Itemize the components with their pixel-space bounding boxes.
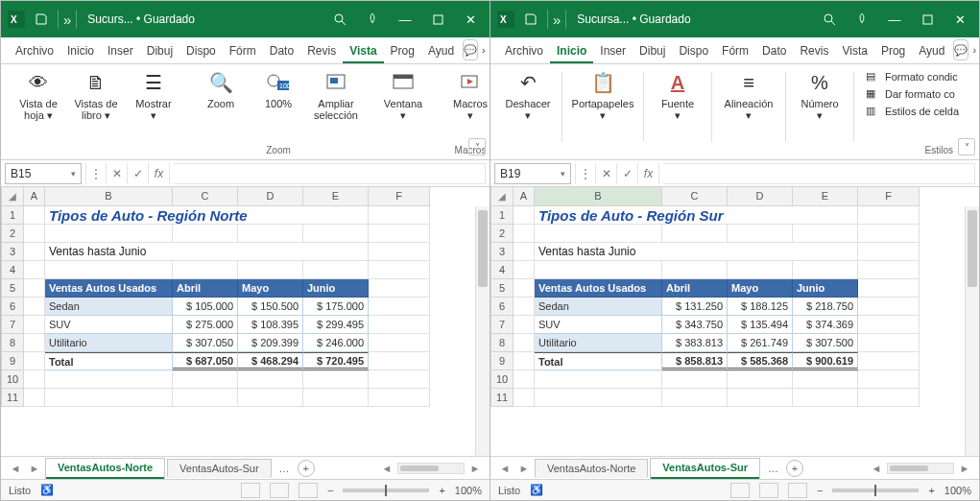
close-icon[interactable]: ✕: [944, 1, 975, 37]
col-header[interactable]: A: [24, 187, 45, 206]
save-icon[interactable]: [519, 8, 542, 31]
window-button[interactable]: Ventana ▾: [377, 68, 429, 121]
tab-help[interactable]: Ayud: [421, 39, 461, 63]
accessibility-icon[interactable]: ♿: [40, 484, 54, 496]
view-break-icon[interactable]: [788, 483, 807, 498]
sheet-view-button[interactable]: 👁Vista de hoja ▾: [12, 68, 64, 121]
zoom-percent[interactable]: 100%: [944, 485, 971, 496]
view-page-icon[interactable]: [759, 483, 778, 498]
tab-dev[interactable]: Prog: [384, 39, 421, 63]
zoom-100-button[interactable]: 100100%: [252, 68, 304, 109]
alignment-button[interactable]: ≡Alineación ▾: [720, 68, 777, 121]
number-button[interactable]: %Número ▾: [794, 68, 846, 121]
col-header[interactable]: B: [45, 187, 173, 206]
formula-input[interactable]: [663, 163, 975, 184]
rocket-icon[interactable]: [847, 1, 877, 37]
zoom-out-button[interactable]: −: [327, 485, 333, 496]
search-icon[interactable]: [324, 1, 355, 37]
select-all-corner[interactable]: ◢: [490, 187, 514, 206]
zoom-slider[interactable]: [832, 489, 919, 492]
accessibility-icon[interactable]: ♿: [530, 484, 543, 496]
tab-data[interactable]: Dato: [263, 39, 300, 63]
vertical-scrollbar[interactable]: [475, 206, 490, 456]
grid[interactable]: ◢ A B C D E F 1Tipos de Auto - Región No…: [1, 187, 490, 456]
fx-icon[interactable]: fx: [149, 163, 170, 184]
macros-button[interactable]: Macros ▾: [444, 68, 496, 121]
undo-button[interactable]: ↶Deshacer ▾: [502, 68, 554, 121]
maximize-icon[interactable]: [422, 1, 453, 37]
formula-input[interactable]: [174, 163, 486, 184]
search-icon[interactable]: [814, 1, 845, 37]
tab-layout[interactable]: Dispo: [672, 39, 715, 63]
close-icon[interactable]: ✕: [455, 1, 486, 37]
zoom-percent[interactable]: 100%: [455, 485, 482, 496]
tab-dev[interactable]: Prog: [874, 39, 912, 63]
cell-styles-button[interactable]: ▥Estilos de celda: [862, 103, 959, 119]
zoom-out-button[interactable]: −: [817, 485, 823, 496]
show-button[interactable]: ☰Mostrar ▾: [128, 68, 179, 121]
tab-formulas[interactable]: Fórm: [715, 39, 755, 63]
qat-more-icon[interactable]: »: [553, 12, 561, 28]
sheet-tab-more[interactable]: …: [762, 463, 784, 474]
font-button[interactable]: AFuente ▾: [652, 68, 704, 121]
tab-file[interactable]: Archivo: [9, 39, 60, 63]
tab-review[interactable]: Revis: [300, 39, 343, 63]
workbook-views-button[interactable]: 🗎Vistas de libro ▾: [70, 68, 122, 121]
collapse-ribbon-button[interactable]: ˅: [958, 138, 975, 155]
select-all-corner[interactable]: ◢: [1, 187, 24, 206]
col-header[interactable]: E: [303, 187, 369, 206]
sheet-tab-more[interactable]: …: [274, 463, 296, 474]
col-header[interactable]: C: [173, 187, 238, 206]
name-box[interactable]: B15▾: [5, 163, 82, 184]
tab-insert[interactable]: Inser: [593, 39, 633, 63]
minimize-icon[interactable]: —: [390, 1, 420, 37]
clipboard-button[interactable]: 📋Portapapeles ▾: [570, 68, 635, 121]
maximize-icon[interactable]: [912, 1, 943, 37]
tab-file[interactable]: Archivo: [498, 39, 550, 63]
tab-view[interactable]: Vista: [835, 39, 873, 63]
sheet-add-button[interactable]: +: [298, 460, 315, 477]
more-icon[interactable]: ›: [482, 39, 486, 60]
horizontal-scrollbar[interactable]: [397, 463, 465, 474]
zoom-in-button[interactable]: +: [439, 485, 444, 496]
fx-icon[interactable]: fx: [638, 163, 659, 184]
format-table-button[interactable]: ▦Dar formato co: [862, 85, 959, 102]
accept-formula-icon[interactable]: ✓: [617, 163, 638, 184]
cancel-formula-icon[interactable]: ✕: [596, 163, 617, 184]
tab-draw[interactable]: Dibuj: [633, 39, 672, 63]
comments-button[interactable]: 💬: [463, 39, 478, 60]
horizontal-scrollbar[interactable]: [887, 463, 954, 474]
cond-format-button[interactable]: ▤Formato condic: [862, 68, 959, 84]
rocket-icon[interactable]: [357, 1, 388, 37]
accept-formula-icon[interactable]: ✓: [128, 163, 149, 184]
view-normal-icon[interactable]: [730, 483, 750, 498]
zoom-in-button[interactable]: +: [928, 485, 934, 496]
minimize-icon[interactable]: —: [879, 1, 910, 37]
sheet-nav-prev[interactable]: ◄: [496, 463, 514, 474]
sheet-add-button[interactable]: +: [786, 460, 803, 477]
view-normal-icon[interactable]: [241, 483, 260, 498]
col-header[interactable]: D: [238, 187, 303, 206]
cancel-formula-icon[interactable]: ✕: [107, 163, 128, 184]
tab-draw[interactable]: Dibuj: [140, 39, 179, 63]
collapse-ribbon-button[interactable]: ˅: [468, 138, 486, 155]
sheet-tab[interactable]: VentasAutos-Norte: [535, 459, 648, 478]
sheet-tab[interactable]: VentasAutos-Sur: [167, 459, 272, 478]
name-box[interactable]: B19▾: [494, 163, 571, 184]
tab-insert[interactable]: Inser: [101, 39, 140, 63]
zoom-button[interactable]: 🔍Zoom: [195, 68, 247, 109]
tab-review[interactable]: Revis: [793, 39, 835, 63]
tab-help[interactable]: Ayud: [912, 39, 951, 63]
more-icon[interactable]: ›: [972, 39, 976, 60]
vertical-scrollbar[interactable]: [965, 206, 979, 456]
tab-layout[interactable]: Dispo: [179, 39, 223, 63]
zoom-slider[interactable]: [343, 489, 429, 492]
grid[interactable]: ◢ A B C D E F 1Tipos de Auto - Región Su…: [490, 187, 979, 456]
sheet-nav-next[interactable]: ►: [26, 463, 43, 474]
view-break-icon[interactable]: [299, 483, 318, 498]
tab-home[interactable]: Inicio: [60, 39, 101, 63]
sheet-tab-active[interactable]: VentasAutos-Norte: [45, 458, 165, 479]
view-page-icon[interactable]: [270, 483, 289, 498]
tab-data[interactable]: Dato: [755, 39, 793, 63]
sheet-nav-next[interactable]: ►: [515, 463, 533, 474]
